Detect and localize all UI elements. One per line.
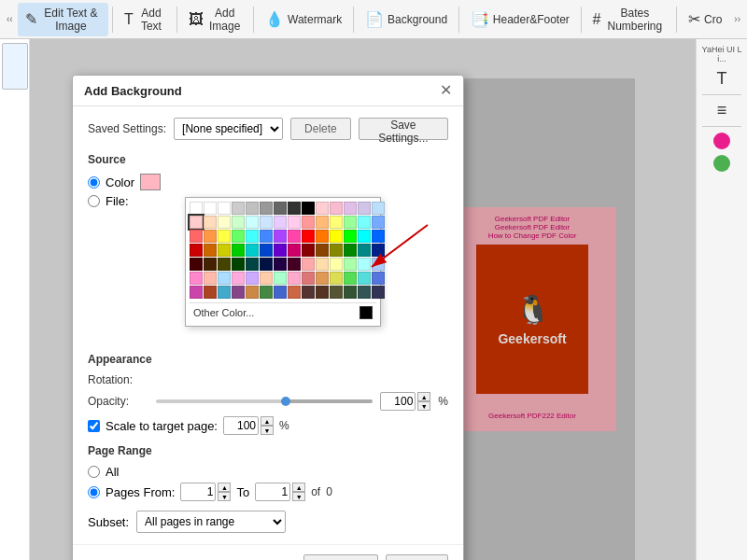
palette-cell[interactable] [316, 286, 329, 299]
palette-cell[interactable] [218, 202, 231, 215]
palette-cell[interactable] [316, 202, 329, 215]
palette-cell[interactable] [358, 272, 371, 285]
palette-cell[interactable] [190, 202, 203, 215]
palette-cell[interactable] [372, 244, 385, 257]
palette-cell[interactable] [358, 202, 371, 215]
palette-cell[interactable] [344, 272, 357, 285]
toolbar-add-image[interactable]: 🖼 Add Image [181, 3, 249, 36]
palette-cell[interactable] [232, 258, 245, 271]
palette-cell[interactable] [330, 244, 343, 257]
to-spin-up[interactable]: ▲ [292, 483, 305, 492]
palette-cell[interactable] [344, 244, 357, 257]
all-radio[interactable] [88, 466, 100, 478]
cancel-button[interactable]: Cancel [303, 554, 377, 560]
palette-cell[interactable] [232, 272, 245, 285]
palette-cell[interactable] [288, 202, 301, 215]
toolbar-chevron-right[interactable]: ›› [731, 10, 743, 28]
palette-cell[interactable] [344, 258, 357, 271]
palette-cell[interactable] [288, 230, 301, 243]
palette-cell[interactable] [288, 216, 301, 229]
opacity-spin-up[interactable]: ▲ [417, 392, 430, 401]
scale-spin-up[interactable]: ▲ [261, 416, 274, 426]
palette-cell[interactable] [372, 202, 385, 215]
palette-cell[interactable] [232, 230, 245, 243]
palette-cell[interactable] [260, 216, 273, 229]
toolbar-add-text[interactable]: T Add Text [117, 3, 173, 36]
palette-cell[interactable] [372, 230, 385, 243]
palette-cell[interactable] [316, 216, 329, 229]
palette-cell[interactable] [204, 230, 217, 243]
palette-cell[interactable] [344, 230, 357, 243]
palette-cell[interactable] [330, 286, 343, 299]
subset-select[interactable]: All pages in range [136, 511, 286, 533]
black-swatch[interactable] [359, 306, 373, 319]
palette-cell[interactable] [204, 272, 217, 285]
toolbar-header-footer[interactable]: 📑 Header&Footer [463, 7, 577, 32]
opacity-slider[interactable] [156, 399, 373, 403]
palette-cell[interactable] [204, 216, 217, 229]
palette-cell[interactable] [344, 216, 357, 229]
palette-cell[interactable] [358, 286, 371, 299]
palette-cell[interactable] [246, 272, 259, 285]
to-spin-down[interactable]: ▼ [292, 492, 305, 501]
palette-cell[interactable] [246, 202, 259, 215]
palette-cell[interactable] [246, 286, 259, 299]
right-panel-align-icon[interactable]: ≡ [717, 101, 727, 120]
toolbar-cro[interactable]: ✂ Cro [681, 7, 729, 32]
right-panel-color-1[interactable] [713, 133, 730, 149]
save-settings-button[interactable]: Save Settings... [359, 118, 448, 140]
scale-spin-down[interactable]: ▼ [261, 426, 274, 435]
palette-cell[interactable] [260, 258, 273, 271]
scale-input[interactable] [223, 416, 259, 435]
palette-cell[interactable] [288, 286, 301, 299]
palette-cell[interactable] [330, 258, 343, 271]
palette-cell[interactable] [232, 286, 245, 299]
palette-cell[interactable] [358, 258, 371, 271]
toolbar-edit-text-image[interactable]: ✎ Edit Text & Image [18, 3, 108, 36]
palette-cell[interactable] [316, 244, 329, 257]
right-panel-color-2[interactable] [713, 155, 730, 172]
palette-cell[interactable] [218, 244, 231, 257]
palette-cell[interactable] [204, 286, 217, 299]
palette-cell[interactable] [302, 230, 315, 243]
palette-cell[interactable] [316, 230, 329, 243]
palette-cell[interactable] [260, 230, 273, 243]
opacity-spin-down[interactable]: ▼ [417, 401, 430, 411]
palette-cell[interactable] [260, 286, 273, 299]
from-spin-down[interactable]: ▼ [218, 492, 231, 501]
palette-cell[interactable] [190, 230, 203, 243]
palette-cell[interactable] [358, 244, 371, 257]
palette-cell[interactable] [190, 216, 203, 229]
toolbar-bates-numbering[interactable]: # Bates Numbering [585, 3, 673, 36]
palette-cell[interactable] [302, 258, 315, 271]
color-radio[interactable] [88, 176, 100, 189]
palette-cell[interactable] [372, 258, 385, 271]
palette-cell[interactable] [190, 272, 203, 285]
palette-cell[interactable] [330, 216, 343, 229]
palette-cell[interactable] [344, 202, 357, 215]
palette-cell[interactable] [330, 272, 343, 285]
from-input[interactable] [180, 483, 216, 501]
palette-cell[interactable] [218, 258, 231, 271]
palette-cell[interactable] [302, 216, 315, 229]
palette-cell[interactable] [302, 244, 315, 257]
palette-cell[interactable] [218, 286, 231, 299]
palette-cell[interactable] [190, 244, 203, 257]
palette-cell[interactable] [330, 230, 343, 243]
other-color-row[interactable]: Other Color... [190, 302, 376, 322]
dialog-close-button[interactable]: ✕ [440, 83, 452, 98]
palette-cell[interactable] [274, 230, 287, 243]
palette-cell[interactable] [316, 258, 329, 271]
toolbar-watermark[interactable]: 💧 Watermark [258, 7, 349, 32]
palette-cell[interactable] [218, 272, 231, 285]
palette-cell[interactable] [274, 272, 287, 285]
toolbar-background[interactable]: 📄 Background [358, 7, 455, 32]
palette-cell[interactable] [190, 258, 203, 271]
palette-cell[interactable] [288, 272, 301, 285]
palette-cell[interactable] [274, 216, 287, 229]
palette-cell[interactable] [204, 258, 217, 271]
palette-cell[interactable] [246, 244, 259, 257]
palette-cell[interactable] [302, 202, 315, 215]
palette-cell[interactable] [274, 244, 287, 257]
to-input[interactable] [255, 483, 290, 501]
